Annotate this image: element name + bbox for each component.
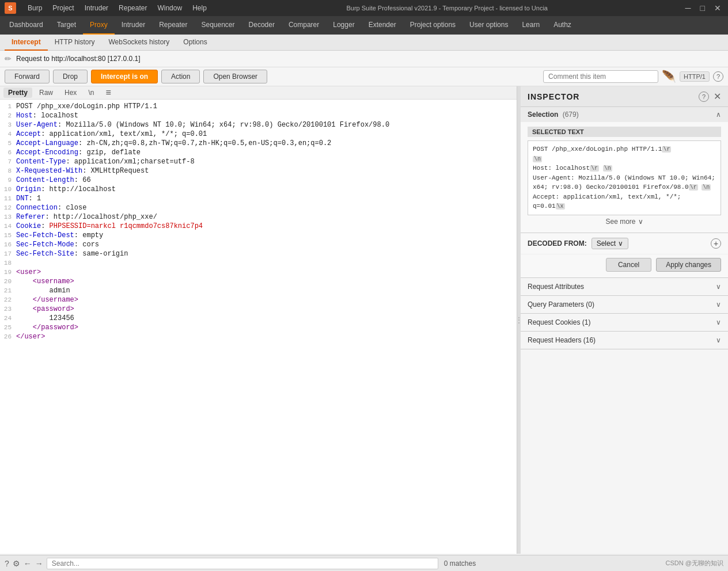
format-tab-pretty[interactable]: Pretty [3, 87, 32, 98]
code-line: 24 123456 [0, 314, 517, 323]
code-editor[interactable]: 1POST /php_xxe/doLogin.php HTTP/1.12Host… [0, 100, 517, 554]
line-content: <user> [16, 268, 517, 277]
inspector-panel: INSPECTOR ? ✕ Selection (679) ∧ SELECTED… [521, 86, 728, 554]
sub-nav-tab-http-history[interactable]: HTTP history [48, 35, 102, 51]
selected-text-box: POST /php_xxe/doLogin.php HTTP/1.1\r\n H… [528, 140, 721, 215]
code-line: 21 admin [0, 286, 517, 295]
code-line: 7Content-Type: application/xml;charset=u… [0, 157, 517, 166]
selected-text-line2: Host: localhost\r \n [533, 165, 612, 172]
main-nav-tab-project-options[interactable]: Project options [403, 16, 462, 35]
line-number: 19 [0, 268, 16, 277]
line-content: Host: localhost [16, 111, 517, 120]
titlebar-menu-intruder[interactable]: Intruder [80, 4, 113, 12]
section-chevron-request-attributes: ∨ [716, 283, 721, 291]
cancel-button[interactable]: Cancel [606, 258, 651, 272]
maximize-button[interactable]: □ [698, 3, 707, 13]
window-controls[interactable]: ─ □ ✕ [683, 3, 723, 13]
inspector-section-header-request-cookies[interactable]: Request Cookies (1)∨ [521, 314, 728, 331]
line-content: </user> [16, 332, 517, 341]
add-encoding-button[interactable]: + [711, 238, 721, 249]
intercept-on-button[interactable]: Intercept is on [91, 70, 158, 83]
code-line: 18 [0, 258, 517, 268]
main-nav-tab-authz[interactable]: Authz [547, 16, 578, 35]
titlebar-menu-burp[interactable]: Burp [23, 4, 47, 12]
forward-button[interactable]: Forward [5, 70, 50, 83]
format-tabs: PrettyRawHex\n≡ [0, 86, 517, 100]
titlebar-menu-repeater[interactable]: Repeater [114, 4, 151, 12]
titlebar-menu-help[interactable]: Help [188, 4, 211, 12]
line-content: Accept-Language: zh-CN,zh;q=0.8,zh-TW;q=… [16, 139, 517, 148]
format-tab-hex[interactable]: Hex [60, 87, 81, 98]
main-nav-tab-intruder[interactable]: Intruder [115, 16, 152, 35]
help-circle-icon[interactable]: ? [713, 71, 723, 82]
inspector-title: INSPECTOR [528, 92, 579, 101]
titlebar-menu-window[interactable]: Window [153, 4, 187, 12]
format-tab-slash-n[interactable]: \n [84, 87, 98, 98]
code-line: 16Sec-Fetch-Mode: cors [0, 240, 517, 249]
inspector-close-icon[interactable]: ✕ [714, 91, 721, 102]
open-browser-button[interactable]: Open Browser [203, 70, 267, 83]
http-version-badge: HTTP/1 [680, 71, 710, 82]
selected-text-container: SELECTED TEXT POST /php_xxe/doLogin.php … [521, 122, 728, 233]
inspector-help-icon[interactable]: ? [699, 92, 709, 102]
main-nav-tab-extender[interactable]: Extender [362, 16, 403, 35]
code-line: 14Cookie: PHPSESSID=narkcl r1qcmmdo7cs87… [0, 222, 517, 231]
drop-button[interactable]: Drop [53, 70, 88, 83]
line-number: 14 [0, 222, 16, 231]
line-content: Accept-Encoding: gzip, deflate [16, 148, 517, 157]
inspector-section-query-parameters: Query Parameters (0)∨ [521, 296, 728, 314]
format-menu-icon[interactable]: ≡ [105, 87, 111, 98]
request-url: Request to http://localhost:80 [127.0.0.… [16, 55, 140, 63]
main-nav-tab-repeater[interactable]: Repeater [152, 16, 194, 35]
main-nav-tab-logger[interactable]: Logger [326, 16, 361, 35]
main-nav-tab-target[interactable]: Target [50, 16, 83, 35]
code-line: 22 </username> [0, 295, 517, 304]
see-more-button[interactable]: See more ∨ [528, 215, 721, 228]
sub-nav-tab-websockets-history[interactable]: WebSockets history [101, 35, 176, 51]
main-nav-tab-sequencer[interactable]: Sequencer [195, 16, 242, 35]
code-line: 9Content-Length: 66 [0, 176, 517, 185]
section-chevron-query-parameters: ∨ [716, 300, 721, 309]
line-content: </password> [16, 323, 517, 332]
line-number: 1 [0, 102, 16, 111]
line-number: 10 [0, 185, 16, 194]
inspector-section-header-request-attributes[interactable]: Request Attributes∨ [521, 278, 728, 295]
content-area: PrettyRawHex\n≡ 1POST /php_xxe/doLogin.p… [0, 86, 728, 554]
line-content: 123456 [16, 314, 517, 323]
request-header: ✏ Request to http://localhost:80 [127.0.… [0, 51, 728, 67]
comment-input[interactable] [543, 70, 658, 83]
line-number: 26 [0, 332, 16, 341]
main-nav-tab-decoder[interactable]: Decoder [242, 16, 282, 35]
sub-nav-tab-intercept[interactable]: Intercept [5, 35, 48, 51]
inspector-section-header-request-headers[interactable]: Request Headers (16)∨ [521, 332, 728, 349]
inspector-header: INSPECTOR ? ✕ [521, 86, 728, 107]
main-nav-tab-dashboard[interactable]: Dashboard [2, 16, 50, 35]
line-content: X-Requested-With: XMLHttpRequest [16, 166, 517, 176]
line-number: 2 [0, 111, 16, 120]
inspector-section-header-query-parameters[interactable]: Query Parameters (0)∨ [521, 296, 728, 313]
select-button[interactable]: Select ∨ [592, 238, 628, 249]
line-content: POST /php_xxe/doLogin.php HTTP/1.1 [16, 102, 517, 111]
line-content: Origin: http://localhost [16, 185, 517, 194]
apply-changes-button[interactable]: Apply changes [656, 258, 721, 272]
main-nav-tab-learn[interactable]: Learn [515, 16, 547, 35]
line-content: admin [16, 286, 517, 295]
code-line: 20 <username> [0, 277, 517, 286]
titlebar-menu-project[interactable]: Project [48, 4, 78, 12]
main-nav-tab-comparer[interactable]: Comparer [282, 16, 326, 35]
selection-section-header[interactable]: Selection (679) ∧ [521, 107, 728, 122]
close-button[interactable]: ✕ [712, 3, 723, 13]
code-line: 13Referer: http://localhost/php_xxe/ [0, 212, 517, 222]
line-number: 5 [0, 139, 16, 148]
minimize-button[interactable]: ─ [683, 3, 693, 13]
format-tab-raw[interactable]: Raw [35, 87, 58, 98]
main-nav: DashboardTargetProxyIntruderRepeaterSequ… [0, 16, 728, 35]
sub-nav-tab-options[interactable]: Options [176, 35, 214, 51]
action-bar: Forward Drop Intercept is on Action Open… [0, 67, 728, 86]
code-line: 15Sec-Fetch-Dest: empty [0, 231, 517, 240]
action-button[interactable]: Action [161, 70, 200, 83]
main-nav-tab-user-options[interactable]: User options [462, 16, 515, 35]
line-number: 11 [0, 194, 16, 203]
main-nav-tab-proxy[interactable]: Proxy [83, 16, 115, 35]
line-number: 22 [0, 295, 16, 304]
